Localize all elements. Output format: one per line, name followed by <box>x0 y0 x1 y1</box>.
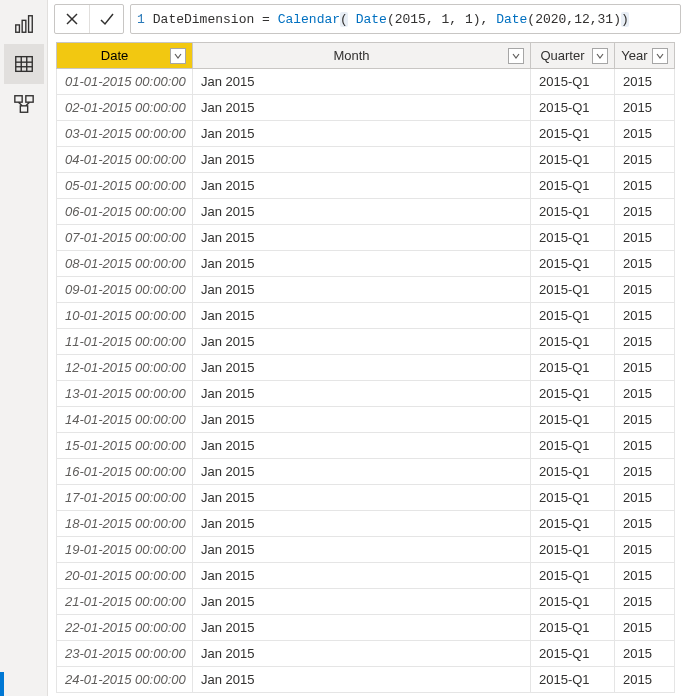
cell-month[interactable]: Jan 2015 <box>193 511 531 537</box>
cell-date[interactable]: 18-01-2015 00:00:00 <box>57 511 193 537</box>
cell-year[interactable]: 2015 <box>615 407 675 433</box>
cell-month[interactable]: Jan 2015 <box>193 199 531 225</box>
cell-year[interactable]: 2015 <box>615 173 675 199</box>
cell-month[interactable]: Jan 2015 <box>193 355 531 381</box>
cell-quarter[interactable]: 2015-Q1 <box>531 303 615 329</box>
cancel-formula-button[interactable] <box>55 5 89 33</box>
cell-year[interactable]: 2015 <box>615 303 675 329</box>
cell-date[interactable]: 17-01-2015 00:00:00 <box>57 485 193 511</box>
cell-month[interactable]: Jan 2015 <box>193 667 531 693</box>
cell-year[interactable]: 2015 <box>615 433 675 459</box>
cell-month[interactable]: Jan 2015 <box>193 563 531 589</box>
table-row[interactable]: 10-01-2015 00:00:00Jan 20152015-Q12015 <box>57 303 675 329</box>
cell-quarter[interactable]: 2015-Q1 <box>531 537 615 563</box>
cell-year[interactable]: 2015 <box>615 95 675 121</box>
cell-month[interactable]: Jan 2015 <box>193 381 531 407</box>
cell-quarter[interactable]: 2015-Q1 <box>531 667 615 693</box>
filter-button[interactable] <box>592 48 608 64</box>
cell-month[interactable]: Jan 2015 <box>193 537 531 563</box>
cell-year[interactable]: 2015 <box>615 199 675 225</box>
cell-date[interactable]: 06-01-2015 00:00:00 <box>57 199 193 225</box>
cell-month[interactable]: Jan 2015 <box>193 69 531 95</box>
cell-quarter[interactable]: 2015-Q1 <box>531 589 615 615</box>
filter-button[interactable] <box>170 48 186 64</box>
view-data-button[interactable] <box>4 44 44 84</box>
table-row[interactable]: 11-01-2015 00:00:00Jan 20152015-Q12015 <box>57 329 675 355</box>
cell-date[interactable]: 20-01-2015 00:00:00 <box>57 563 193 589</box>
cell-year[interactable]: 2015 <box>615 355 675 381</box>
column-header-month[interactable]: Month <box>193 43 531 69</box>
cell-quarter[interactable]: 2015-Q1 <box>531 225 615 251</box>
cell-month[interactable]: Jan 2015 <box>193 95 531 121</box>
cell-quarter[interactable]: 2015-Q1 <box>531 641 615 667</box>
commit-formula-button[interactable] <box>89 5 123 33</box>
view-model-button[interactable] <box>4 84 44 124</box>
cell-year[interactable]: 2015 <box>615 459 675 485</box>
cell-year[interactable]: 2015 <box>615 615 675 641</box>
cell-month[interactable]: Jan 2015 <box>193 303 531 329</box>
table-row[interactable]: 21-01-2015 00:00:00Jan 20152015-Q12015 <box>57 589 675 615</box>
cell-quarter[interactable]: 2015-Q1 <box>531 95 615 121</box>
table-row[interactable]: 07-01-2015 00:00:00Jan 20152015-Q12015 <box>57 225 675 251</box>
cell-year[interactable]: 2015 <box>615 537 675 563</box>
cell-month[interactable]: Jan 2015 <box>193 407 531 433</box>
cell-date[interactable]: 04-01-2015 00:00:00 <box>57 147 193 173</box>
cell-month[interactable]: Jan 2015 <box>193 615 531 641</box>
table-row[interactable]: 19-01-2015 00:00:00Jan 20152015-Q12015 <box>57 537 675 563</box>
cell-date[interactable]: 12-01-2015 00:00:00 <box>57 355 193 381</box>
cell-date[interactable]: 11-01-2015 00:00:00 <box>57 329 193 355</box>
cell-quarter[interactable]: 2015-Q1 <box>531 121 615 147</box>
cell-date[interactable]: 02-01-2015 00:00:00 <box>57 95 193 121</box>
cell-date[interactable]: 14-01-2015 00:00:00 <box>57 407 193 433</box>
cell-date[interactable]: 05-01-2015 00:00:00 <box>57 173 193 199</box>
cell-year[interactable]: 2015 <box>615 485 675 511</box>
table-row[interactable]: 01-01-2015 00:00:00Jan 20152015-Q12015 <box>57 69 675 95</box>
cell-date[interactable]: 03-01-2015 00:00:00 <box>57 121 193 147</box>
cell-quarter[interactable]: 2015-Q1 <box>531 277 615 303</box>
cell-date[interactable]: 15-01-2015 00:00:00 <box>57 433 193 459</box>
cell-year[interactable]: 2015 <box>615 277 675 303</box>
dax-formula-input[interactable]: 1 DateDimension = Calendar( Date(2015, 1… <box>130 4 681 34</box>
table-row[interactable]: 08-01-2015 00:00:00Jan 20152015-Q12015 <box>57 251 675 277</box>
cell-quarter[interactable]: 2015-Q1 <box>531 615 615 641</box>
cell-date[interactable]: 19-01-2015 00:00:00 <box>57 537 193 563</box>
cell-quarter[interactable]: 2015-Q1 <box>531 381 615 407</box>
cell-date[interactable]: 08-01-2015 00:00:00 <box>57 251 193 277</box>
table-row[interactable]: 24-01-2015 00:00:00Jan 20152015-Q12015 <box>57 667 675 693</box>
table-row[interactable]: 06-01-2015 00:00:00Jan 20152015-Q12015 <box>57 199 675 225</box>
table-row[interactable]: 04-01-2015 00:00:00Jan 20152015-Q12015 <box>57 147 675 173</box>
cell-quarter[interactable]: 2015-Q1 <box>531 251 615 277</box>
cell-quarter[interactable]: 2015-Q1 <box>531 69 615 95</box>
table-row[interactable]: 23-01-2015 00:00:00Jan 20152015-Q12015 <box>57 641 675 667</box>
cell-quarter[interactable]: 2015-Q1 <box>531 355 615 381</box>
cell-date[interactable]: 16-01-2015 00:00:00 <box>57 459 193 485</box>
table-row[interactable]: 13-01-2015 00:00:00Jan 20152015-Q12015 <box>57 381 675 407</box>
column-header-quarter[interactable]: Quarter <box>531 43 615 69</box>
cell-year[interactable]: 2015 <box>615 147 675 173</box>
cell-year[interactable]: 2015 <box>615 589 675 615</box>
cell-year[interactable]: 2015 <box>615 563 675 589</box>
cell-date[interactable]: 24-01-2015 00:00:00 <box>57 667 193 693</box>
cell-month[interactable]: Jan 2015 <box>193 329 531 355</box>
cell-year[interactable]: 2015 <box>615 641 675 667</box>
cell-date[interactable]: 01-01-2015 00:00:00 <box>57 69 193 95</box>
table-row[interactable]: 18-01-2015 00:00:00Jan 20152015-Q12015 <box>57 511 675 537</box>
cell-date[interactable]: 22-01-2015 00:00:00 <box>57 615 193 641</box>
table-row[interactable]: 14-01-2015 00:00:00Jan 20152015-Q12015 <box>57 407 675 433</box>
view-report-button[interactable] <box>4 4 44 44</box>
table-row[interactable]: 20-01-2015 00:00:00Jan 20152015-Q12015 <box>57 563 675 589</box>
filter-button[interactable] <box>652 48 668 64</box>
cell-quarter[interactable]: 2015-Q1 <box>531 173 615 199</box>
cell-date[interactable]: 13-01-2015 00:00:00 <box>57 381 193 407</box>
cell-quarter[interactable]: 2015-Q1 <box>531 485 615 511</box>
cell-year[interactable]: 2015 <box>615 69 675 95</box>
cell-month[interactable]: Jan 2015 <box>193 589 531 615</box>
table-row[interactable]: 03-01-2015 00:00:00Jan 20152015-Q12015 <box>57 121 675 147</box>
cell-date[interactable]: 10-01-2015 00:00:00 <box>57 303 193 329</box>
filter-button[interactable] <box>508 48 524 64</box>
table-row[interactable]: 12-01-2015 00:00:00Jan 20152015-Q12015 <box>57 355 675 381</box>
cell-month[interactable]: Jan 2015 <box>193 485 531 511</box>
cell-year[interactable]: 2015 <box>615 251 675 277</box>
table-row[interactable]: 02-01-2015 00:00:00Jan 20152015-Q12015 <box>57 95 675 121</box>
cell-month[interactable]: Jan 2015 <box>193 277 531 303</box>
